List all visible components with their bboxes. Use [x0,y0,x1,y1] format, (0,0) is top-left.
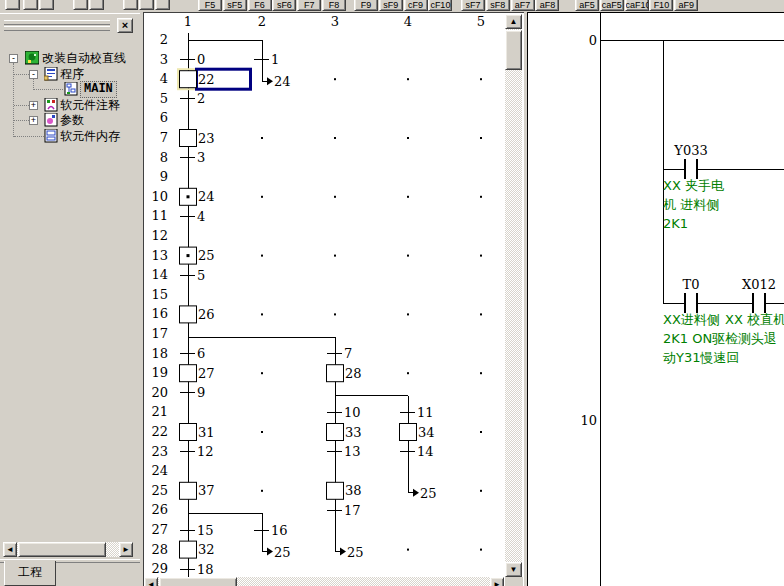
ladder-contact-T0[interactable]: T0 [683,277,700,313]
fkey-button-F9[interactable]: F9 [354,0,378,11]
minus-expander-icon[interactable]: - [29,70,38,79]
fkey-button-aF9[interactable]: aF9 [674,0,698,11]
fkey-button-F6[interactable]: F6 [248,0,272,11]
fkey-button-sF9[interactable]: sF9 [379,0,403,11]
tree-item-label[interactable]: 程序 [60,67,84,82]
scroll-right-icon[interactable]: ► [119,542,133,557]
plus-expander-icon[interactable]: + [29,116,38,125]
tree-item-main[interactable]: MAIN [2,82,137,97]
sfc-transition-10[interactable]: 10 [327,405,361,420]
sfc-transition-13[interactable]: 13 [327,444,361,459]
tree-item-label[interactable]: 软元件内存 [60,129,120,144]
sfc-transition-4[interactable]: 4 [180,209,205,224]
fkey-button-F7[interactable]: F7 [297,0,321,11]
fkey-button-aF7[interactable]: aF7 [511,0,535,11]
scroll-thumb[interactable] [18,542,106,557]
sfc-transition-15[interactable]: 15 [180,523,214,538]
ladder-contact-X012[interactable]: X012 [742,277,776,313]
sfc-step-32[interactable]: 32 [180,541,215,558]
sfc-transition-17[interactable]: 17 [327,503,361,518]
sfc-step-26[interactable]: 26 [180,306,215,323]
plus-expander-icon[interactable]: + [29,101,38,110]
sfc-step-33[interactable]: 33 [327,424,362,441]
fkey-button-sF5[interactable]: sF5 [223,0,247,11]
fkey-button-F5[interactable]: F5 [198,0,222,11]
sfc-step-37[interactable]: 37 [180,482,215,499]
minus-expander-icon[interactable]: - [9,54,18,63]
fkey-button-caF5[interactable]: caF5 [600,0,624,11]
sfc-transition-9[interactable]: 9 [180,385,205,400]
fkey-button-cF10[interactable]: cF10 [428,0,452,11]
tree-item-node3[interactable]: +软元件注释 [2,98,137,113]
tree-item-label[interactable]: MAIN [80,81,117,98]
sfc-transition-18[interactable]: 18 [180,562,214,577]
sfc-step-24[interactable]: 24 [180,188,215,205]
sfc-transition-16[interactable]: 16 [254,523,288,538]
fkey-button-sF6[interactable]: sF6 [272,0,296,11]
tab-project[interactable]: 工程 [4,561,56,586]
toolbar-button[interactable] [73,0,88,10]
close-icon[interactable]: × [117,18,133,33]
sfc-transition-7[interactable]: 7 [327,346,352,361]
sfc-step-31[interactable]: 31 [180,424,215,441]
sfc-step-38[interactable]: 38 [327,482,362,499]
toolbar-button[interactable] [155,0,170,10]
tree-item-node5[interactable]: 软元件内存 [2,129,137,144]
tree-item-label[interactable]: 参数 [60,113,84,128]
toolbar-button[interactable] [139,0,154,10]
fkey-button-caF10[interactable]: caF10 [625,0,649,11]
toolbar-grip-handle[interactable] [4,20,110,25]
sfc-step-23[interactable]: 23 [180,130,215,147]
toolbar-grip-handle[interactable] [4,26,110,31]
tree-item-label[interactable]: 改装自动校直线 [42,51,126,66]
toolbar-button[interactable] [23,0,38,10]
sfc-jump-24[interactable]: 24 [262,74,291,89]
sfc-step-28[interactable]: 28 [327,365,362,382]
sfc-vscrollbar[interactable]: ▲▼ [505,14,522,577]
toolbar-button[interactable] [5,0,20,10]
sfc-transition-3[interactable]: 3 [180,150,205,165]
sfc-jump-25[interactable]: 25 [408,486,437,501]
scroll-left-icon[interactable]: ◄ [3,542,17,557]
scroll-right-icon[interactable]: ► [490,577,504,586]
scroll-thumb[interactable] [505,30,522,70]
scroll-up-icon[interactable]: ▲ [505,14,522,29]
toolbar-button[interactable] [89,0,104,10]
toolbar-button[interactable] [123,0,138,10]
sfc-transition-12[interactable]: 12 [180,444,214,459]
sfc-step-34[interactable]: 34 [400,424,435,441]
fkey-button-F8[interactable]: F8 [322,0,346,11]
fkey-button-aF8[interactable]: aF8 [535,0,559,11]
sfc-hscrollbar[interactable]: ◄► [144,577,504,586]
fkey-button-aF5[interactable]: aF5 [575,0,599,11]
svg-text:17: 17 [344,503,361,518]
scroll-thumb[interactable] [159,577,237,586]
sfc-step-27[interactable]: 27 [180,365,215,382]
sfc-transition-6[interactable]: 6 [180,346,205,361]
scroll-left-icon[interactable]: ◄ [144,577,158,586]
sfc-jump-25[interactable]: 25 [335,545,364,560]
ladder-diagram: 010Y033XX 夹手电机 进料侧 2K1T0X012XX进料侧2K1 ON驱… [528,13,784,586]
project-tree-hscrollbar[interactable]: ◄► [3,542,133,557]
sfc-transition-5[interactable]: 5 [180,268,205,283]
fkey-button-F10[interactable]: F10 [649,0,673,11]
tree-item-node1[interactable]: -程序 [2,67,137,82]
sfc-transition-0[interactable]: 0 [180,52,205,67]
fkey-button-cF9[interactable]: cF9 [404,0,428,11]
sfc-step-22[interactable]: 22 [178,69,251,89]
sfc-transition-11[interactable]: 11 [400,405,434,420]
sfc-grid-dot [334,137,336,139]
scroll-down-icon[interactable]: ▼ [505,562,522,577]
sfc-step-25[interactable]: 25 [180,247,215,264]
fkey-button-sF7[interactable]: sF7 [461,0,485,11]
fkey-button-sF8[interactable]: sF8 [486,0,510,11]
sfc-transition-2[interactable]: 2 [180,91,205,106]
toolbar-button[interactable] [39,0,54,10]
sfc-jump-25[interactable]: 25 [262,545,291,560]
sfc-transition-14[interactable]: 14 [400,444,434,459]
sfc-transition-1[interactable]: 1 [254,52,279,67]
tree-item-node4[interactable]: +参数 [2,113,137,128]
tree-item-node0[interactable]: -改装自动校直线 [2,51,137,66]
tree-item-label[interactable]: 软元件注释 [60,98,120,113]
ladder-contact-Y033[interactable]: Y033 [673,143,707,179]
